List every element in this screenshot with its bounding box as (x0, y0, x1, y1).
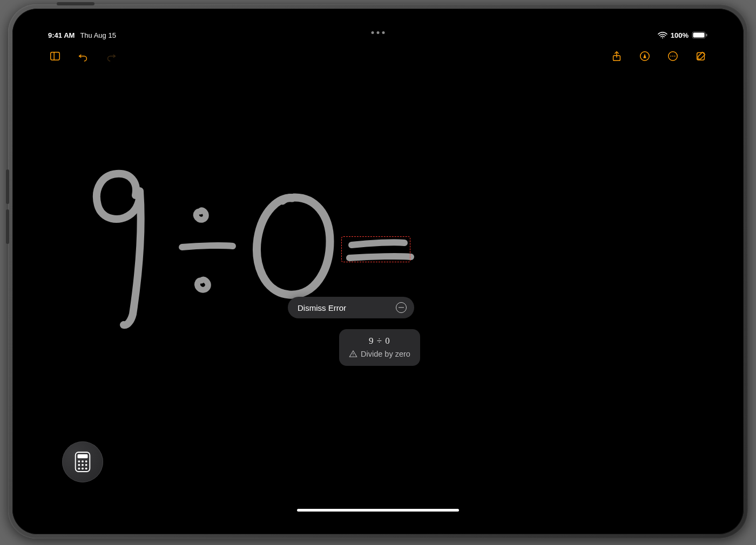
battery-percent: 100% (671, 31, 688, 39)
status-bar: 9:41 AM Thu Aug 15 100% (38, 28, 718, 42)
svg-point-22 (85, 464, 87, 466)
svg-point-17 (78, 460, 80, 462)
compose-icon[interactable] (694, 49, 708, 63)
more-icon[interactable] (666, 49, 680, 63)
handwriting-expression (38, 71, 449, 330)
error-expression: 9 ÷ 0 (349, 336, 410, 346)
markup-icon[interactable] (638, 49, 652, 63)
svg-point-25 (85, 467, 87, 469)
sidebar-icon[interactable] (48, 49, 62, 63)
math-canvas[interactable]: Dismiss Error 9 ÷ 0 Divide by zero (38, 71, 718, 515)
status-time: 9:41 AM (48, 31, 75, 39)
battery-icon (692, 31, 708, 39)
svg-point-21 (82, 464, 84, 466)
svg-point-23 (78, 467, 80, 469)
share-icon[interactable] (610, 49, 624, 63)
svg-point-20 (78, 464, 80, 466)
dismiss-error-button[interactable]: Dismiss Error (288, 297, 414, 318)
dismiss-error-label: Dismiss Error (298, 303, 346, 312)
calculator-button[interactable] (62, 441, 103, 482)
redo-icon (104, 49, 118, 63)
status-date: Thu Aug 15 (80, 31, 116, 39)
dismiss-minus-icon (396, 302, 407, 313)
svg-rect-4 (51, 52, 60, 60)
wifi-icon (658, 32, 667, 39)
warning-icon (349, 350, 357, 358)
svg-point-14 (353, 356, 353, 356)
svg-point-19 (85, 460, 87, 462)
home-indicator[interactable] (297, 509, 459, 512)
multitask-dots[interactable] (372, 31, 385, 34)
error-card: 9 ÷ 0 Divide by zero (339, 329, 420, 366)
svg-point-0 (662, 37, 663, 38)
svg-rect-16 (78, 454, 88, 459)
calculator-icon (75, 452, 91, 472)
ipad-device-frame: 9:41 AM Thu Aug 15 100% (8, 4, 748, 539)
error-message: Divide by zero (361, 350, 410, 358)
screen: 9:41 AM Thu Aug 15 100% (38, 28, 718, 515)
power-button (57, 2, 94, 5)
svg-point-18 (82, 460, 84, 462)
device-bezel: 9:41 AM Thu Aug 15 100% (12, 9, 744, 534)
undo-icon[interactable] (76, 49, 90, 63)
volume-down-button (6, 209, 9, 244)
volume-up-button (6, 169, 9, 204)
svg-point-10 (672, 56, 673, 57)
equals-error-highlight[interactable] (341, 236, 410, 262)
app-toolbar (38, 44, 718, 68)
svg-point-9 (670, 56, 671, 57)
svg-point-24 (82, 467, 84, 469)
svg-point-11 (674, 56, 676, 57)
svg-rect-2 (693, 33, 705, 38)
svg-rect-3 (706, 34, 707, 37)
